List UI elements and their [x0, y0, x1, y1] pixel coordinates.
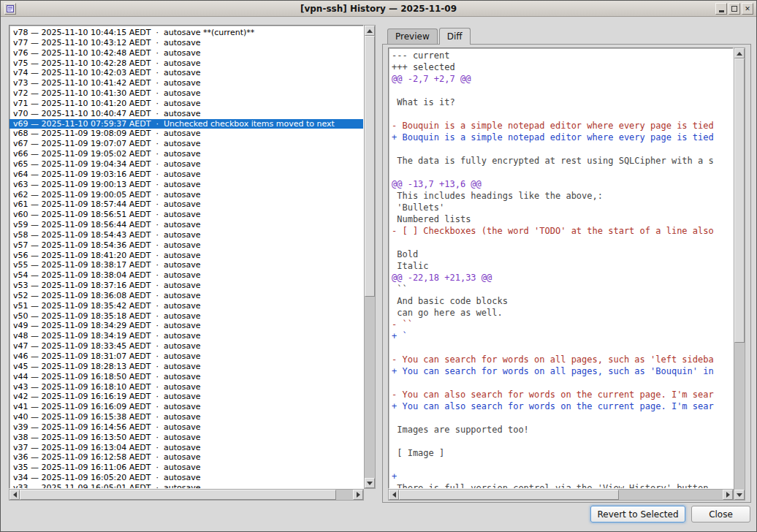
diff-line-context: Numbered lists — [392, 213, 733, 225]
diff-scrollbar-vertical[interactable] — [734, 48, 745, 501]
history-item[interactable]: v42 — 2025-11-09 16:16:19 AEDT · autosav… — [11, 392, 363, 402]
arrow-right-icon — [357, 492, 360, 498]
close-window-button[interactable]: ✕ — [742, 3, 753, 15]
maximize-icon — [731, 6, 737, 12]
history-item[interactable]: v35 — 2025-11-09 16:11:06 AEDT · autosav… — [11, 463, 363, 473]
history-item[interactable]: v37 — 2025-11-09 16:13:04 AEDT · autosav… — [11, 443, 363, 453]
diff-line-context — [392, 85, 733, 96]
diff-line-add: + You can also search for words on the c… — [392, 400, 733, 412]
tab-diff[interactable]: Diff — [439, 28, 471, 45]
tab-preview[interactable]: Preview — [387, 28, 438, 44]
diff-hscroll-thumb[interactable] — [399, 490, 619, 500]
diff-content[interactable]: --- current+++ selected@@ -2,7 +2,7 @@ W… — [388, 48, 734, 489]
maximize-button[interactable] — [729, 3, 740, 15]
history-item[interactable]: v34 — 2025-11-09 16:05:20 AEDT · autosav… — [11, 473, 363, 483]
arrow-left-icon — [13, 492, 17, 498]
diff-line-context — [392, 108, 733, 120]
history-vscroll-track[interactable] — [365, 36, 375, 478]
history-item[interactable]: v33 — 2025-11-09 16:05:01 AEDT · autosav… — [11, 483, 363, 489]
history-scroll-right-button[interactable] — [353, 490, 363, 500]
history-item[interactable]: v36 — 2025-11-09 16:12:58 AEDT · autosav… — [11, 452, 363, 463]
history-item[interactable]: v64 — 2025-11-09 19:03:16 AEDT · autosav… — [11, 170, 363, 180]
history-item[interactable]: v48 — 2025-11-09 18:34:19 AEDT · autosav… — [11, 331, 363, 341]
history-item[interactable]: v46 — 2025-11-09 18:31:07 AEDT · autosav… — [11, 352, 363, 362]
history-item[interactable]: v61 — 2025-11-09 18:57:44 AEDT · autosav… — [11, 200, 363, 210]
history-item[interactable]: v39 — 2025-11-09 16:14:56 AEDT · autosav… — [11, 422, 363, 433]
diff-scroll-down-button[interactable] — [734, 490, 745, 500]
diff-scrollbar-horizontal[interactable] — [388, 489, 734, 501]
history-item[interactable]: v49 — 2025-11-09 18:34:29 AEDT · autosav… — [11, 321, 363, 331]
history-item[interactable]: v60 — 2025-11-09 18:56:51 AEDT · autosav… — [11, 210, 363, 220]
tab-bar: Preview Diff — [387, 27, 471, 44]
history-list[interactable]: v78 — 2025-11-10 10:44:15 AEDT · autosav… — [9, 25, 364, 489]
history-item[interactable]: v38 — 2025-11-09 16:13:50 AEDT · autosav… — [11, 433, 363, 443]
close-dialog-button[interactable]: Close — [691, 506, 750, 522]
history-item[interactable]: v78 — 2025-11-10 10:44:15 AEDT · autosav… — [11, 28, 363, 38]
history-item[interactable]: v72 — 2025-11-10 10:41:30 AEDT · autosav… — [11, 88, 363, 99]
history-item[interactable]: v75 — 2025-11-10 10:42:28 AEDT · autosav… — [11, 58, 363, 69]
diff-vscroll-thumb[interactable] — [734, 58, 745, 343]
diff-hscroll-track[interactable] — [399, 490, 723, 500]
diff-vscroll-track[interactable] — [734, 58, 745, 490]
diff-line-hunk: @@ -22,18 +21,33 @@ — [392, 272, 733, 284]
history-item[interactable]: v51 — 2025-11-09 18:35:42 AEDT · autosav… — [11, 301, 363, 311]
history-item[interactable]: v43 — 2025-11-09 16:18:10 AEDT · autosav… — [11, 382, 363, 392]
history-item[interactable]: v58 — 2025-11-09 18:54:43 AEDT · autosav… — [11, 230, 363, 240]
diff-scroll-right-button[interactable] — [723, 490, 733, 500]
diff-line-context: 'Bullets' — [392, 202, 733, 213]
history-item[interactable]: v66 — 2025-11-09 19:05:02 AEDT · autosav… — [11, 149, 363, 159]
diff-line-context — [392, 167, 733, 178]
diff-line-context: The data is fully encrypted at rest usin… — [392, 155, 733, 167]
history-scrollbar-vertical[interactable] — [364, 25, 376, 489]
history-item[interactable]: v59 — 2025-11-09 18:56:44 AEDT · autosav… — [11, 220, 363, 230]
history-item[interactable]: v56 — 2025-11-09 18:41:20 AEDT · autosav… — [11, 251, 363, 261]
revert-to-selected-button[interactable]: Revert to Selected — [590, 506, 685, 522]
history-item[interactable]: v71 — 2025-11-10 10:41:20 AEDT · autosav… — [11, 99, 363, 109]
history-item[interactable]: v52 — 2025-11-09 18:36:08 AEDT · autosav… — [11, 291, 363, 301]
history-scroll-down-button[interactable] — [365, 478, 375, 488]
history-scrollbar-horizontal[interactable] — [9, 489, 364, 501]
history-item[interactable]: v40 — 2025-11-09 16:15:38 AEDT · autosav… — [11, 412, 363, 422]
diff-line-file-header: +++ selected — [392, 61, 733, 73]
diff-line-context — [392, 143, 733, 155]
diff-line-context — [392, 237, 733, 248]
diff-line-file-header: --- current — [392, 50, 733, 61]
history-item[interactable]: v63 — 2025-11-09 19:00:13 AEDT · autosav… — [11, 180, 363, 190]
history-hscroll-thumb[interactable] — [20, 490, 336, 500]
history-item[interactable]: v62 — 2025-11-09 19:00:05 AEDT · autosav… — [11, 190, 363, 200]
history-item[interactable]: v70 — 2025-11-10 10:40:47 AEDT · autosav… — [11, 109, 363, 119]
diff-line-context: This includes headings like the above,: — [392, 190, 733, 202]
history-item[interactable]: v41 — 2025-11-09 16:16:09 AEDT · autosav… — [11, 402, 363, 412]
history-item-selected[interactable]: v69 — 2025-11-10 07:59:37 AEDT · Uncheck… — [9, 119, 363, 129]
history-item[interactable]: v47 — 2025-11-09 18:33:45 AEDT · autosav… — [11, 341, 363, 352]
history-item[interactable]: v50 — 2025-11-09 18:35:18 AEDT · autosav… — [11, 311, 363, 322]
diff-line-add: + ` — [392, 330, 733, 342]
history-item[interactable]: v44 — 2025-11-09 16:18:50 AEDT · autosav… — [11, 372, 363, 382]
diff-scroll-up-button[interactable] — [734, 48, 745, 58]
diff-line-del: - `` — [392, 319, 733, 330]
history-item[interactable]: v45 — 2025-11-09 18:28:13 AEDT · autosav… — [11, 362, 363, 372]
minimize-icon — [719, 10, 724, 12]
history-hscroll-track[interactable] — [20, 490, 353, 500]
titlebar[interactable]: [vpn-ssh] History — 2025-11-09 ✕ — [1, 1, 756, 17]
diff-scroll-left-button[interactable] — [389, 490, 399, 500]
history-scroll-left-button[interactable] — [9, 490, 20, 500]
history-item[interactable]: v68 — 2025-11-09 19:08:09 AEDT · autosav… — [11, 129, 363, 139]
history-item[interactable]: v67 — 2025-11-09 19:07:07 AEDT · autosav… — [11, 139, 363, 149]
history-item[interactable]: v65 — 2025-11-09 19:04:34 AEDT · autosav… — [11, 159, 363, 170]
minimize-button[interactable] — [715, 3, 727, 15]
history-item[interactable]: v76 — 2025-11-10 10:42:48 AEDT · autosav… — [11, 48, 363, 58]
history-scroll-up-button[interactable] — [365, 26, 375, 36]
history-item[interactable]: v73 — 2025-11-10 10:41:42 AEDT · autosav… — [11, 78, 363, 88]
history-item[interactable]: v74 — 2025-11-10 10:42:03 AEDT · autosav… — [11, 68, 363, 78]
history-window: [vpn-ssh] History — 2025-11-09 ✕ v78 — 2… — [0, 0, 757, 532]
diff-line-hunk: @@ -2,7 +2,7 @@ — [392, 73, 733, 85]
diff-line-context — [392, 436, 733, 447]
history-item[interactable]: v55 — 2025-11-09 18:38:17 AEDT · autosav… — [11, 260, 363, 270]
history-item[interactable]: v53 — 2025-11-09 18:37:16 AEDT · autosav… — [11, 281, 363, 291]
history-item[interactable]: v77 — 2025-11-10 10:43:12 AEDT · autosav… — [11, 38, 363, 48]
diff-line-context: [ Image ] — [392, 447, 733, 459]
history-vscroll-thumb[interactable] — [365, 36, 375, 297]
history-item[interactable]: v54 — 2025-11-09 18:38:04 AEDT · autosav… — [11, 270, 363, 281]
history-item[interactable]: v57 — 2025-11-09 18:54:36 AEDT · autosav… — [11, 240, 363, 251]
